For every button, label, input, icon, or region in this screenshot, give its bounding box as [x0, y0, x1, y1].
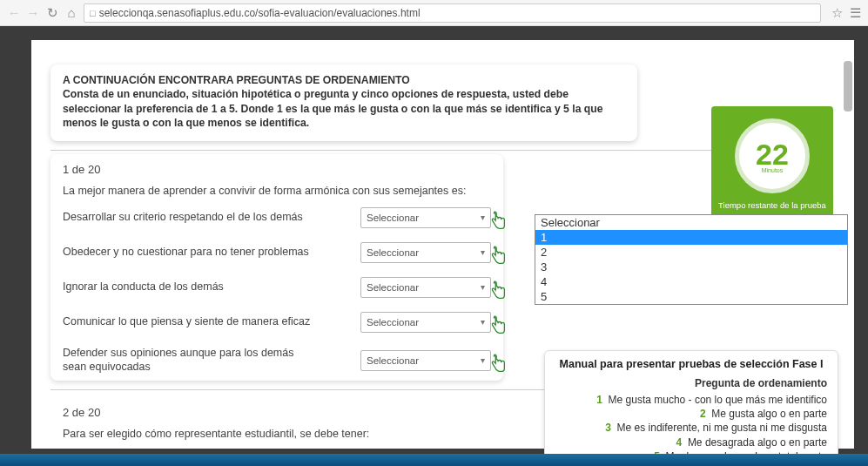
url-text: seleccionqa.senasofiaplus.edu.co/sofia-e…	[99, 7, 421, 19]
question-counter: 1 de 20	[63, 163, 491, 176]
question-card-2: 2 de 20 Para ser elegido cómo representa…	[50, 397, 503, 440]
chevron-down-icon: ▾	[481, 247, 485, 257]
page-content: A CONTINUACIÓN ENCONTRARA PREGUNTAS DE O…	[31, 40, 854, 449]
dropdown-option[interactable]: 2	[535, 245, 847, 260]
cursor-hand-icon	[488, 246, 508, 268]
select-value: Seleccionar	[367, 282, 419, 293]
manual-row: 3 Me es indiferente, ni me gusta ni me d…	[555, 421, 827, 435]
home-icon[interactable]: ⌂	[64, 5, 78, 20]
option-row: Ignorar la conducta de los demás Selecci…	[63, 277, 491, 298]
cursor-hand-icon	[488, 315, 508, 338]
dropdown-option[interactable]: 5	[535, 289, 847, 304]
dropdown-option[interactable]: Seleccionar	[535, 215, 847, 230]
option-label: Defender sus opiniones aunque para los d…	[63, 347, 315, 374]
cursor-hand-icon	[488, 354, 508, 376]
back-icon[interactable]: ←	[7, 5, 21, 20]
divider	[50, 150, 813, 151]
select-value: Seleccionar	[367, 355, 419, 366]
forward-icon[interactable]: →	[26, 5, 40, 20]
window-frame: A CONTINUACIÓN ENCONTRARA PREGUNTAS DE O…	[0, 26, 868, 466]
option-label: Comunicar lo que piensa y siente de mane…	[63, 315, 315, 329]
option-row: Desarrollar su criterio respetando el de…	[63, 207, 491, 228]
menu-icon[interactable]: ☰	[850, 5, 861, 21]
cursor-hand-icon	[488, 280, 508, 303]
preference-dropdown-menu[interactable]: Seleccionar 1 2 3 4 5	[535, 214, 848, 305]
timer-circle: 22 Minutos	[735, 118, 810, 193]
timer-label: Tiempo restante de la prueba	[711, 200, 833, 210]
option-label: Ignorar la conducta de los demás	[63, 280, 315, 294]
preference-select[interactable]: Seleccionar▾	[360, 242, 491, 263]
instructions-panel: A CONTINUACIÓN ENCONTRARA PREGUNTAS DE O…	[50, 64, 637, 141]
option-row: Comunicar lo que piensa y siente de mane…	[63, 312, 491, 333]
chevron-down-icon: ▾	[481, 282, 485, 292]
dropdown-option[interactable]: 4	[535, 274, 847, 289]
option-row: Obedecer y no cuestionar para no tener p…	[63, 242, 491, 263]
chevron-down-icon: ▾	[481, 355, 485, 365]
instructions-body: Consta de un enunciado, situación hipoté…	[63, 87, 625, 130]
bookmark-icon[interactable]: ☆	[831, 5, 843, 21]
address-bar[interactable]: □ seleccionqa.senasofiaplus.edu.co/sofia…	[84, 3, 821, 23]
reload-icon[interactable]: ↻	[45, 5, 59, 21]
taskbar	[0, 454, 868, 466]
select-value: Seleccionar	[367, 317, 419, 328]
page-icon: □	[90, 8, 96, 18]
instructions-title: A CONTINUACIÓN ENCONTRARA PREGUNTAS DE O…	[63, 73, 625, 87]
manual-row: 4 Me desagrada algo o en parte	[555, 436, 827, 449]
option-row: Defender sus opiniones aunque para los d…	[63, 347, 491, 374]
question-text: La mejor manera de aprender a convivir d…	[63, 185, 491, 197]
manual-panel: Manual para presentar pruebas de selecci…	[544, 350, 838, 466]
chevron-down-icon: ▾	[481, 213, 485, 222]
preference-select[interactable]: Seleccionar▾	[360, 350, 491, 371]
preference-select[interactable]: Seleccionar▾	[360, 277, 491, 298]
select-value: Seleccionar	[367, 213, 419, 223]
question-card-1: 1 de 20 La mejor manera de aprender a co…	[50, 154, 503, 381]
preference-select[interactable]: Seleccionar▾	[360, 312, 491, 333]
manual-subtitle: Pregunta de ordenamiento	[555, 377, 827, 389]
timer-number: 22	[756, 139, 789, 169]
manual-row: 1 Me gusta mucho - con lo que más me ide…	[555, 393, 827, 407]
dropdown-option[interactable]: 3	[535, 260, 847, 274]
chevron-down-icon: ▾	[481, 317, 485, 327]
dropdown-option[interactable]: 1	[535, 230, 847, 245]
manual-title: Manual para presentar pruebas de selecci…	[555, 358, 827, 370]
browser-toolbar: ← → ↻ ⌂ □ seleccionqa.senasofiaplus.edu.…	[0, 0, 868, 26]
option-label: Desarrollar su criterio respetando el de…	[63, 211, 315, 225]
preference-select[interactable]: Seleccionar ▾	[360, 207, 491, 228]
timer-unit: Minutos	[762, 167, 784, 173]
question-text: Para ser elegido cómo representante estu…	[63, 428, 491, 440]
cursor-hand-icon	[488, 211, 508, 233]
question-counter: 2 de 20	[63, 406, 491, 419]
select-value: Seleccionar	[367, 247, 419, 258]
option-label: Obedecer y no cuestionar para no tener p…	[63, 246, 315, 260]
manual-row: 2 Me gusta algo o en parte	[555, 407, 827, 421]
